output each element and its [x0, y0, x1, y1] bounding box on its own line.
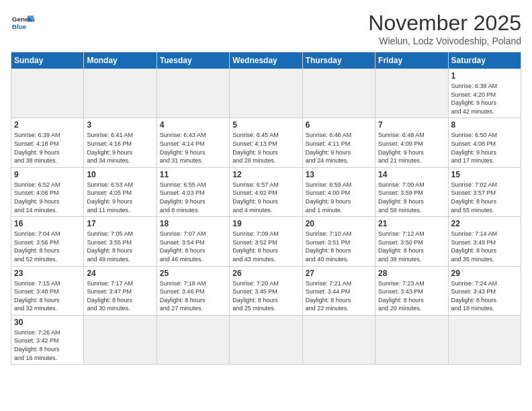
- day-number: 15: [451, 170, 518, 179]
- day-number: 6: [306, 120, 372, 130]
- day-cell: 16Sunrise: 7:04 AM Sunset: 3:56 PM Dayli…: [11, 217, 84, 266]
- day-number: 26: [232, 269, 299, 278]
- weekday-monday: Monday: [84, 52, 157, 69]
- week-row-6: 30Sunrise: 7:26 AM Sunset: 3:42 PM Dayli…: [11, 315, 521, 364]
- subtitle: Wielun, Lodz Voivodeship, Poland: [368, 36, 521, 46]
- weekday-saturday: Saturday: [448, 52, 521, 69]
- day-number: 5: [232, 120, 299, 130]
- day-info: Sunrise: 7:07 AM Sunset: 3:54 PM Dayligh…: [160, 230, 226, 263]
- page: General Blue November 2025 Wielun, Lodz …: [0, 0, 532, 411]
- day-number: 10: [87, 170, 153, 179]
- day-cell: [375, 69, 448, 118]
- weekday-tuesday: Tuesday: [157, 52, 229, 69]
- week-row-3: 9Sunrise: 6:52 AM Sunset: 4:06 PM Daylig…: [11, 167, 521, 216]
- day-info: Sunrise: 7:00 AM Sunset: 3:59 PM Dayligh…: [378, 181, 445, 214]
- day-cell: 20Sunrise: 7:10 AM Sunset: 3:51 PM Dayli…: [302, 217, 375, 266]
- day-number: 25: [160, 269, 226, 278]
- day-number: 12: [232, 170, 299, 179]
- day-info: Sunrise: 7:24 AM Sunset: 3:43 PM Dayligh…: [451, 279, 518, 313]
- day-number: 17: [87, 219, 153, 228]
- day-info: Sunrise: 6:59 AM Sunset: 4:00 PM Dayligh…: [306, 181, 372, 214]
- day-number: 11: [160, 170, 226, 179]
- day-cell: 29Sunrise: 7:24 AM Sunset: 3:43 PM Dayli…: [448, 266, 521, 315]
- main-title: November 2025: [368, 11, 521, 36]
- day-cell: 27Sunrise: 7:21 AM Sunset: 3:44 PM Dayli…: [302, 266, 375, 315]
- day-info: Sunrise: 6:39 AM Sunset: 4:18 PM Dayligh…: [14, 131, 81, 165]
- day-cell: [230, 69, 302, 118]
- day-number: 21: [378, 219, 445, 228]
- day-number: 13: [306, 170, 372, 179]
- day-number: 1: [451, 71, 518, 81]
- day-info: Sunrise: 6:48 AM Sunset: 4:09 PM Dayligh…: [378, 131, 445, 165]
- week-row-1: 1Sunrise: 6:38 AM Sunset: 4:20 PM Daylig…: [11, 69, 521, 118]
- calendar-body: 1Sunrise: 6:38 AM Sunset: 4:20 PM Daylig…: [11, 69, 521, 365]
- logo-icon: General Blue: [11, 11, 35, 35]
- day-cell: 1Sunrise: 6:38 AM Sunset: 4:20 PM Daylig…: [448, 69, 521, 118]
- day-cell: 7Sunrise: 6:48 AM Sunset: 4:09 PM Daylig…: [375, 118, 448, 167]
- weekday-row: SundayMondayTuesdayWednesdayThursdayFrid…: [11, 52, 521, 69]
- day-cell: [84, 315, 157, 364]
- day-cell: 23Sunrise: 7:15 AM Sunset: 3:48 PM Dayli…: [11, 266, 84, 315]
- day-cell: 10Sunrise: 6:53 AM Sunset: 4:05 PM Dayli…: [84, 167, 157, 216]
- day-info: Sunrise: 7:26 AM Sunset: 3:42 PM Dayligh…: [14, 328, 81, 362]
- day-cell: 3Sunrise: 6:41 AM Sunset: 4:16 PM Daylig…: [84, 118, 157, 167]
- day-info: Sunrise: 7:10 AM Sunset: 3:51 PM Dayligh…: [306, 230, 372, 263]
- day-info: Sunrise: 7:17 AM Sunset: 3:47 PM Dayligh…: [87, 279, 153, 313]
- day-info: Sunrise: 7:12 AM Sunset: 3:50 PM Dayligh…: [378, 230, 445, 263]
- day-cell: 12Sunrise: 6:57 AM Sunset: 4:02 PM Dayli…: [230, 167, 302, 216]
- day-info: Sunrise: 7:18 AM Sunset: 3:46 PM Dayligh…: [160, 279, 226, 313]
- day-cell: 5Sunrise: 6:45 AM Sunset: 4:13 PM Daylig…: [230, 118, 302, 167]
- day-info: Sunrise: 7:23 AM Sunset: 3:43 PM Dayligh…: [378, 279, 445, 313]
- day-cell: 26Sunrise: 7:20 AM Sunset: 3:45 PM Dayli…: [230, 266, 302, 315]
- day-info: Sunrise: 6:43 AM Sunset: 4:14 PM Dayligh…: [160, 131, 226, 165]
- day-cell: 15Sunrise: 7:02 AM Sunset: 3:57 PM Dayli…: [448, 167, 521, 216]
- weekday-friday: Friday: [375, 52, 448, 69]
- week-row-5: 23Sunrise: 7:15 AM Sunset: 3:48 PM Dayli…: [11, 266, 521, 315]
- week-row-2: 2Sunrise: 6:39 AM Sunset: 4:18 PM Daylig…: [11, 118, 521, 167]
- day-cell: 18Sunrise: 7:07 AM Sunset: 3:54 PM Dayli…: [157, 217, 229, 266]
- day-info: Sunrise: 6:50 AM Sunset: 4:08 PM Dayligh…: [451, 131, 518, 165]
- day-cell: 24Sunrise: 7:17 AM Sunset: 3:47 PM Dayli…: [84, 266, 157, 315]
- day-cell: [375, 315, 448, 364]
- day-cell: 2Sunrise: 6:39 AM Sunset: 4:18 PM Daylig…: [11, 118, 84, 167]
- day-info: Sunrise: 7:05 AM Sunset: 3:55 PM Dayligh…: [87, 230, 153, 263]
- logo: General Blue: [11, 11, 35, 35]
- day-number: 7: [378, 120, 445, 130]
- day-cell: [84, 69, 157, 118]
- day-number: 30: [14, 318, 81, 327]
- day-cell: [448, 315, 521, 364]
- day-info: Sunrise: 6:55 AM Sunset: 4:03 PM Dayligh…: [160, 181, 226, 214]
- weekday-wednesday: Wednesday: [230, 52, 302, 69]
- day-number: 29: [451, 269, 518, 278]
- day-cell: 14Sunrise: 7:00 AM Sunset: 3:59 PM Dayli…: [375, 167, 448, 216]
- day-cell: 22Sunrise: 7:14 AM Sunset: 3:49 PM Dayli…: [448, 217, 521, 266]
- day-number: 3: [87, 120, 153, 130]
- day-info: Sunrise: 6:53 AM Sunset: 4:05 PM Dayligh…: [87, 181, 153, 214]
- day-cell: 30Sunrise: 7:26 AM Sunset: 3:42 PM Dayli…: [11, 315, 84, 364]
- week-row-4: 16Sunrise: 7:04 AM Sunset: 3:56 PM Dayli…: [11, 217, 521, 266]
- day-cell: [11, 69, 84, 118]
- day-cell: 21Sunrise: 7:12 AM Sunset: 3:50 PM Dayli…: [375, 217, 448, 266]
- day-info: Sunrise: 7:15 AM Sunset: 3:48 PM Dayligh…: [14, 279, 81, 313]
- day-number: 22: [451, 219, 518, 228]
- day-cell: [302, 69, 375, 118]
- day-number: 14: [378, 170, 445, 179]
- day-number: 16: [14, 219, 81, 228]
- day-cell: [230, 315, 302, 364]
- day-info: Sunrise: 6:45 AM Sunset: 4:13 PM Dayligh…: [232, 131, 299, 165]
- calendar-header: SundayMondayTuesdayWednesdayThursdayFrid…: [11, 52, 521, 69]
- day-info: Sunrise: 6:46 AM Sunset: 4:11 PM Dayligh…: [306, 131, 372, 165]
- day-cell: 28Sunrise: 7:23 AM Sunset: 3:43 PM Dayli…: [375, 266, 448, 315]
- day-info: Sunrise: 7:09 AM Sunset: 3:52 PM Dayligh…: [232, 230, 299, 263]
- title-block: November 2025 Wielun, Lodz Voivodeship, …: [368, 11, 521, 46]
- day-cell: 6Sunrise: 6:46 AM Sunset: 4:11 PM Daylig…: [302, 118, 375, 167]
- day-info: Sunrise: 6:41 AM Sunset: 4:16 PM Dayligh…: [87, 131, 153, 165]
- day-number: 18: [160, 219, 226, 228]
- day-cell: 8Sunrise: 6:50 AM Sunset: 4:08 PM Daylig…: [448, 118, 521, 167]
- day-number: 20: [306, 219, 372, 228]
- day-info: Sunrise: 7:02 AM Sunset: 3:57 PM Dayligh…: [451, 181, 518, 214]
- day-cell: 17Sunrise: 7:05 AM Sunset: 3:55 PM Dayli…: [84, 217, 157, 266]
- day-info: Sunrise: 6:38 AM Sunset: 4:20 PM Dayligh…: [451, 82, 518, 116]
- day-info: Sunrise: 7:14 AM Sunset: 3:49 PM Dayligh…: [451, 230, 518, 263]
- day-number: 8: [451, 120, 518, 130]
